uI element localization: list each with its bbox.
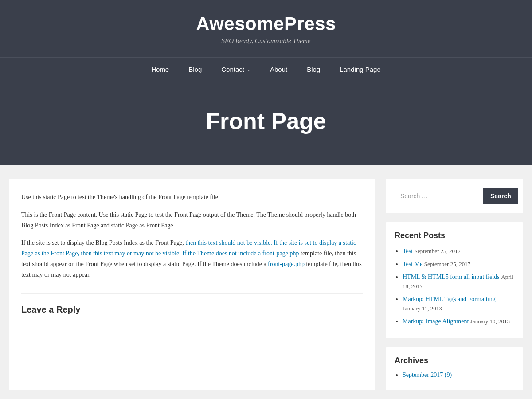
post-date-2: September 25, 2017	[424, 261, 470, 267]
archives-title: Archives	[395, 356, 514, 365]
list-item: September 2017 (9)	[403, 372, 514, 379]
list-item: Markup: HTML Tags and Formatting January…	[403, 294, 514, 313]
recent-posts-title: Recent Posts	[395, 231, 514, 240]
post-date-5: January 10, 2013	[470, 318, 510, 325]
site-nav: Home Blog Contact ⌄ About Blog Landing P…	[0, 57, 532, 81]
content-column: Use this static Page to test the Theme's…	[9, 179, 375, 390]
recent-post-link-3[interactable]: HTML & HTML5 form all input fields	[403, 274, 500, 280]
recent-posts-list: Test September 25, 2017 Test Me Septembe…	[395, 246, 514, 326]
main-area: Use this static Page to test the Theme's…	[0, 165, 532, 399]
nav-item-home[interactable]: Home	[141, 58, 179, 81]
nav-item-landing[interactable]: Landing Page	[330, 58, 391, 81]
nav-item-blog1[interactable]: Blog	[179, 58, 211, 81]
site-title: AwesomePress	[9, 13, 523, 35]
nav-item-contact-label: Contact	[221, 66, 244, 73]
sidebar: Search Recent Posts Test September 25, 2…	[386, 179, 523, 390]
nav-item-contact[interactable]: Contact ⌄	[211, 58, 260, 81]
leave-reply-heading: Leave a Reply	[21, 305, 363, 315]
content-paragraph-3-text1: If the site is set to display the Blog P…	[21, 239, 185, 246]
content-paragraph-1: Use this static Page to test the Theme's…	[21, 192, 363, 203]
nav-item-about[interactable]: About	[260, 58, 297, 81]
front-page-php-link1[interactable]: front-page.php	[262, 250, 299, 257]
site-header: AwesomePress SEO Ready, Customizable The…	[0, 0, 532, 57]
content-paragraph-3: If the site is set to display the Blog P…	[21, 238, 363, 280]
list-item: Test September 25, 2017	[403, 246, 514, 256]
hero-title: Front Page	[9, 108, 523, 134]
site-tagline: SEO Ready, Customizable Theme	[9, 37, 523, 45]
chevron-down-icon: ⌄	[247, 67, 250, 72]
search-input[interactable]	[395, 188, 483, 204]
recent-post-link-2[interactable]: Test Me	[403, 261, 422, 267]
hero-banner: Front Page	[0, 81, 532, 165]
content-paragraph-2: This is the Front Page content. Use this…	[21, 210, 363, 231]
post-date-4: January 11, 2013	[403, 305, 442, 312]
recent-posts-widget: Recent Posts Test September 25, 2017 Tes…	[386, 222, 523, 338]
nav-inner: Home Blog Contact ⌄ About Blog Landing P…	[0, 58, 532, 81]
recent-post-link-4[interactable]: Markup: HTML Tags and Formatting	[403, 296, 496, 302]
search-widget: Search	[386, 179, 523, 213]
recent-post-link-1[interactable]: Test	[403, 248, 413, 254]
post-date-1: September 25, 2017	[415, 248, 461, 254]
list-item: Markup: Image Alignment January 10, 2013	[403, 317, 514, 326]
leave-reply-section: Leave a Reply	[21, 293, 363, 315]
list-item: HTML & HTML5 form all input fields April…	[403, 272, 514, 291]
archives-widget: Archives September 2017 (9)	[386, 347, 523, 390]
list-item: Test Me September 25, 2017	[403, 259, 514, 269]
archive-link-1[interactable]: September 2017 (9)	[403, 372, 452, 378]
search-button[interactable]: Search	[483, 188, 518, 204]
front-page-php-link2[interactable]: front-page.php	[268, 261, 305, 267]
archives-list: September 2017 (9)	[395, 372, 514, 379]
nav-item-blog2[interactable]: Blog	[297, 58, 330, 81]
recent-post-link-5[interactable]: Markup: Image Alignment	[403, 318, 469, 325]
search-form: Search	[395, 188, 514, 204]
